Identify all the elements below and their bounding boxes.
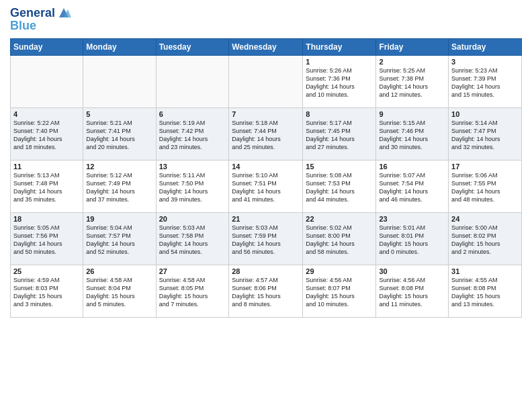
logo: General Blue [10, 7, 71, 33]
day-info: Sunrise: 4:56 AM Sunset: 8:08 PM Dayligh… [379, 276, 445, 309]
calendar-day-19: 19Sunrise: 5:04 AM Sunset: 7:57 PM Dayli… [83, 213, 156, 265]
day-number: 19 [86, 215, 152, 223]
calendar-day-1: 1Sunrise: 5:26 AM Sunset: 7:36 PM Daylig… [303, 56, 376, 108]
logo-text: General [10, 7, 55, 20]
weekday-header-monday: Monday [83, 39, 156, 56]
day-number: 16 [379, 163, 445, 171]
calendar-empty [11, 56, 83, 108]
day-info: Sunrise: 5:23 AM Sunset: 7:39 PM Dayligh… [451, 66, 519, 99]
calendar-day-10: 10Sunrise: 5:14 AM Sunset: 7:47 PM Dayli… [449, 108, 522, 161]
day-number: 6 [159, 110, 226, 118]
calendar-empty [83, 56, 156, 108]
calendar-day-27: 27Sunrise: 4:58 AM Sunset: 8:05 PM Dayli… [156, 265, 229, 318]
day-number: 9 [379, 110, 445, 118]
weekday-header-thursday: Thursday [303, 39, 376, 56]
calendar-week-2: 4Sunrise: 5:22 AM Sunset: 7:40 PM Daylig… [11, 108, 522, 161]
day-info: Sunrise: 5:15 AM Sunset: 7:46 PM Dayligh… [379, 119, 445, 152]
day-number: 25 [13, 267, 80, 275]
day-number: 22 [306, 215, 373, 223]
day-number: 26 [86, 267, 152, 275]
day-info: Sunrise: 5:10 AM Sunset: 7:51 PM Dayligh… [232, 171, 300, 204]
day-info: Sunrise: 4:58 AM Sunset: 8:05 PM Dayligh… [159, 276, 226, 309]
day-number: 5 [86, 110, 152, 118]
calendar-day-24: 24Sunrise: 5:00 AM Sunset: 8:02 PM Dayli… [449, 213, 522, 265]
day-info: Sunrise: 5:14 AM Sunset: 7:47 PM Dayligh… [451, 119, 519, 152]
calendar-day-31: 31Sunrise: 4:55 AM Sunset: 8:08 PM Dayli… [449, 265, 522, 318]
day-number: 30 [379, 267, 445, 275]
calendar-table: SundayMondayTuesdayWednesdayThursdayFrid… [10, 38, 522, 318]
calendar-week-5: 25Sunrise: 4:59 AM Sunset: 8:03 PM Dayli… [11, 265, 522, 318]
day-number: 2 [379, 58, 445, 66]
day-info: Sunrise: 5:01 AM Sunset: 8:01 PM Dayligh… [379, 224, 445, 257]
calendar-empty [229, 56, 303, 108]
day-info: Sunrise: 4:57 AM Sunset: 8:06 PM Dayligh… [232, 276, 300, 309]
weekday-header-sunday: Sunday [11, 39, 83, 56]
calendar-day-25: 25Sunrise: 4:59 AM Sunset: 8:03 PM Dayli… [11, 265, 83, 318]
day-number: 23 [379, 215, 445, 223]
day-number: 11 [13, 163, 80, 171]
day-number: 12 [86, 163, 152, 171]
calendar-day-21: 21Sunrise: 5:03 AM Sunset: 7:59 PM Dayli… [229, 213, 303, 265]
calendar-day-15: 15Sunrise: 5:08 AM Sunset: 7:53 PM Dayli… [303, 161, 376, 213]
day-number: 28 [232, 267, 300, 275]
day-info: Sunrise: 4:56 AM Sunset: 8:07 PM Dayligh… [306, 276, 373, 309]
day-number: 29 [306, 267, 373, 275]
day-info: Sunrise: 5:08 AM Sunset: 7:53 PM Dayligh… [306, 171, 373, 204]
day-info: Sunrise: 5:17 AM Sunset: 7:45 PM Dayligh… [306, 119, 373, 152]
calendar-empty [156, 56, 229, 108]
day-number: 14 [232, 163, 300, 171]
day-info: Sunrise: 5:11 AM Sunset: 7:50 PM Dayligh… [159, 171, 226, 204]
day-info: Sunrise: 5:12 AM Sunset: 7:49 PM Dayligh… [86, 171, 152, 204]
day-number: 31 [451, 267, 519, 275]
calendar-day-30: 30Sunrise: 4:56 AM Sunset: 8:08 PM Dayli… [376, 265, 449, 318]
day-info: Sunrise: 5:03 AM Sunset: 7:58 PM Dayligh… [159, 224, 226, 257]
day-number: 15 [306, 163, 373, 171]
calendar-week-1: 1Sunrise: 5:26 AM Sunset: 7:36 PM Daylig… [11, 56, 522, 108]
calendar-day-13: 13Sunrise: 5:11 AM Sunset: 7:50 PM Dayli… [156, 161, 229, 213]
day-info: Sunrise: 5:06 AM Sunset: 7:55 PM Dayligh… [451, 171, 519, 204]
weekday-header-friday: Friday [376, 39, 449, 56]
day-info: Sunrise: 4:55 AM Sunset: 8:08 PM Dayligh… [451, 276, 519, 309]
calendar-day-4: 4Sunrise: 5:22 AM Sunset: 7:40 PM Daylig… [11, 108, 83, 161]
day-number: 10 [451, 110, 519, 118]
day-number: 24 [451, 215, 519, 223]
header: General Blue [10, 7, 522, 33]
day-info: Sunrise: 5:04 AM Sunset: 7:57 PM Dayligh… [86, 224, 152, 257]
weekday-header-row: SundayMondayTuesdayWednesdayThursdayFrid… [11, 39, 522, 56]
day-number: 21 [232, 215, 300, 223]
weekday-header-wednesday: Wednesday [229, 39, 303, 56]
day-info: Sunrise: 5:03 AM Sunset: 7:59 PM Dayligh… [232, 224, 300, 257]
day-number: 8 [306, 110, 373, 118]
day-info: Sunrise: 4:59 AM Sunset: 8:03 PM Dayligh… [13, 276, 80, 309]
calendar-day-17: 17Sunrise: 5:06 AM Sunset: 7:55 PM Dayli… [449, 161, 522, 213]
calendar-day-16: 16Sunrise: 5:07 AM Sunset: 7:54 PM Dayli… [376, 161, 449, 213]
calendar-day-9: 9Sunrise: 5:15 AM Sunset: 7:46 PM Daylig… [376, 108, 449, 161]
day-info: Sunrise: 5:25 AM Sunset: 7:38 PM Dayligh… [379, 66, 445, 99]
day-number: 4 [13, 110, 80, 118]
day-number: 13 [159, 163, 226, 171]
logo-icon [56, 5, 71, 20]
day-number: 27 [159, 267, 226, 275]
day-number: 3 [451, 58, 519, 66]
calendar-day-2: 2Sunrise: 5:25 AM Sunset: 7:38 PM Daylig… [376, 56, 449, 108]
day-info: Sunrise: 5:02 AM Sunset: 8:00 PM Dayligh… [306, 224, 373, 257]
day-number: 1 [306, 58, 373, 66]
calendar-day-14: 14Sunrise: 5:10 AM Sunset: 7:51 PM Dayli… [229, 161, 303, 213]
calendar-day-8: 8Sunrise: 5:17 AM Sunset: 7:45 PM Daylig… [303, 108, 376, 161]
day-info: Sunrise: 5:19 AM Sunset: 7:42 PM Dayligh… [159, 119, 226, 152]
logo-blue: Blue [10, 19, 71, 33]
calendar-week-3: 11Sunrise: 5:13 AM Sunset: 7:48 PM Dayli… [11, 161, 522, 213]
calendar-day-22: 22Sunrise: 5:02 AM Sunset: 8:00 PM Dayli… [303, 213, 376, 265]
day-info: Sunrise: 5:22 AM Sunset: 7:40 PM Dayligh… [13, 119, 80, 152]
day-number: 7 [232, 110, 300, 118]
calendar-day-12: 12Sunrise: 5:12 AM Sunset: 7:49 PM Dayli… [83, 161, 156, 213]
calendar-day-26: 26Sunrise: 4:58 AM Sunset: 8:04 PM Dayli… [83, 265, 156, 318]
day-info: Sunrise: 5:13 AM Sunset: 7:48 PM Dayligh… [13, 171, 80, 204]
weekday-header-saturday: Saturday [449, 39, 522, 56]
calendar-day-20: 20Sunrise: 5:03 AM Sunset: 7:58 PM Dayli… [156, 213, 229, 265]
calendar-day-3: 3Sunrise: 5:23 AM Sunset: 7:39 PM Daylig… [449, 56, 522, 108]
calendar-day-7: 7Sunrise: 5:18 AM Sunset: 7:44 PM Daylig… [229, 108, 303, 161]
day-info: Sunrise: 5:07 AM Sunset: 7:54 PM Dayligh… [379, 171, 445, 204]
calendar-week-4: 18Sunrise: 5:05 AM Sunset: 7:56 PM Dayli… [11, 213, 522, 265]
day-number: 17 [451, 163, 519, 171]
